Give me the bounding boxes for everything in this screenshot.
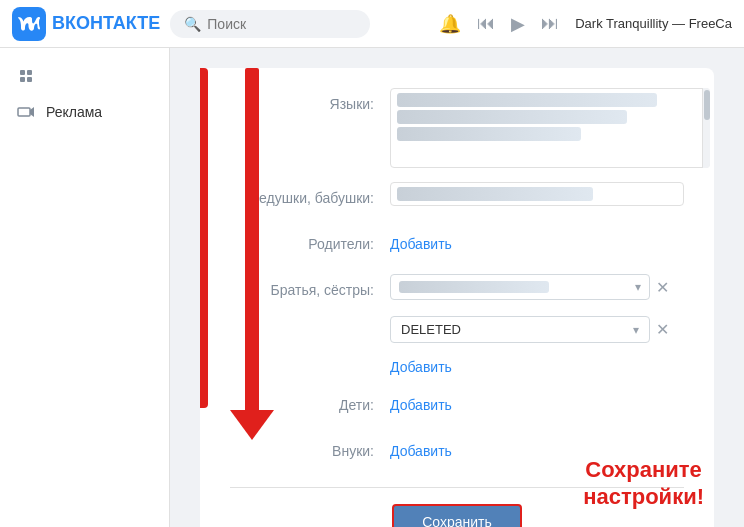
sibling-select-text-1 <box>399 281 549 293</box>
grandchildren-row: Внуки: Добавить <box>230 435 684 467</box>
main-content: Языки: Дедушки, бабушки: Родители: <box>170 48 744 527</box>
header: ВКОНТАКТЕ 🔍 🔔 ⏮ ▶ ⏭ Dark Tranquillity — … <box>0 0 744 48</box>
search-icon: 🔍 <box>184 16 201 32</box>
children-row: Дети: Добавить <box>230 389 684 421</box>
scrollbar[interactable] <box>702 88 710 168</box>
svg-rect-3 <box>27 77 32 82</box>
sibling-select-1[interactable]: ▾ <box>390 274 650 300</box>
siblings-row: Братья, сёстры: ▾ ✕ DELETED ▾ ✕ <box>230 274 684 375</box>
parents-label: Родители: <box>230 228 390 260</box>
grandchildren-add-link[interactable]: Добавить <box>390 435 684 467</box>
svg-rect-4 <box>18 108 30 116</box>
lang-line-2 <box>397 110 627 124</box>
children-add-link[interactable]: Добавить <box>390 389 684 421</box>
form-card: Языки: Дедушки, бабушки: Родители: <box>200 68 714 527</box>
svg-rect-1 <box>27 70 32 75</box>
red-bar-annotation <box>200 68 208 408</box>
siblings-label: Братья, сёстры: <box>230 274 390 306</box>
lang-line-3 <box>397 127 581 141</box>
chevron-down-icon-2: ▾ <box>633 323 639 337</box>
grandparents-line <box>397 187 593 201</box>
siblings-add-link[interactable]: Добавить <box>390 359 669 375</box>
languages-label: Языки: <box>230 88 390 120</box>
sidebar-item-ads[interactable]: Реклама <box>0 94 169 130</box>
sibling-row-1: ▾ ✕ <box>390 274 669 300</box>
play-icon[interactable]: ▶ <box>511 13 525 35</box>
chevron-down-icon-1: ▾ <box>635 280 641 294</box>
languages-box-wrapper <box>390 88 710 168</box>
sibling-remove-2[interactable]: ✕ <box>656 320 669 339</box>
sidebar-ads-label: Реклама <box>46 104 102 120</box>
save-row: Сохранить <box>230 487 684 527</box>
logo-label: ВКОНТАКТЕ <box>52 13 160 34</box>
grandparents-row: Дедушки, бабушки: <box>230 182 684 214</box>
sibling-select-deleted[interactable]: DELETED ▾ <box>390 316 650 343</box>
now-playing: Dark Tranquillity — FreeCa <box>575 16 732 31</box>
header-icons: 🔔 ⏮ ▶ ⏭ Dark Tranquillity — FreeCa <box>439 13 732 35</box>
home-icon <box>16 66 36 86</box>
search-input[interactable] <box>207 16 347 32</box>
prev-track-icon[interactable]: ⏮ <box>477 13 495 34</box>
sibling-remove-1[interactable]: ✕ <box>656 278 669 297</box>
sidebar: Реклама <box>0 48 170 527</box>
ads-icon <box>16 102 36 122</box>
deleted-label: DELETED <box>401 322 461 337</box>
siblings-fields: ▾ ✕ DELETED ▾ ✕ Добавить <box>390 274 669 375</box>
next-track-icon[interactable]: ⏭ <box>541 13 559 34</box>
vk-logo[interactable]: ВКОНТАКТЕ <box>12 7 160 41</box>
languages-box[interactable] <box>390 88 710 168</box>
languages-row: Языки: <box>230 88 684 168</box>
lang-line-1 <box>397 93 657 107</box>
sibling-row-2: DELETED ▾ ✕ <box>390 316 669 343</box>
grandparents-box[interactable] <box>390 182 684 206</box>
sidebar-item-top[interactable] <box>0 58 169 94</box>
grandchildren-label: Внуки: <box>230 435 390 467</box>
parents-add-link[interactable]: Добавить <box>390 228 684 260</box>
parents-row: Родители: Добавить <box>230 228 684 260</box>
search-box[interactable]: 🔍 <box>170 10 370 38</box>
svg-rect-0 <box>20 70 25 75</box>
scrollbar-thumb <box>704 90 710 120</box>
save-button[interactable]: Сохранить <box>392 504 522 527</box>
bell-icon[interactable]: 🔔 <box>439 13 461 35</box>
children-label: Дети: <box>230 389 390 421</box>
svg-rect-2 <box>20 77 25 82</box>
vk-logo-icon <box>12 7 46 41</box>
grandparents-label: Дедушки, бабушки: <box>230 182 390 214</box>
